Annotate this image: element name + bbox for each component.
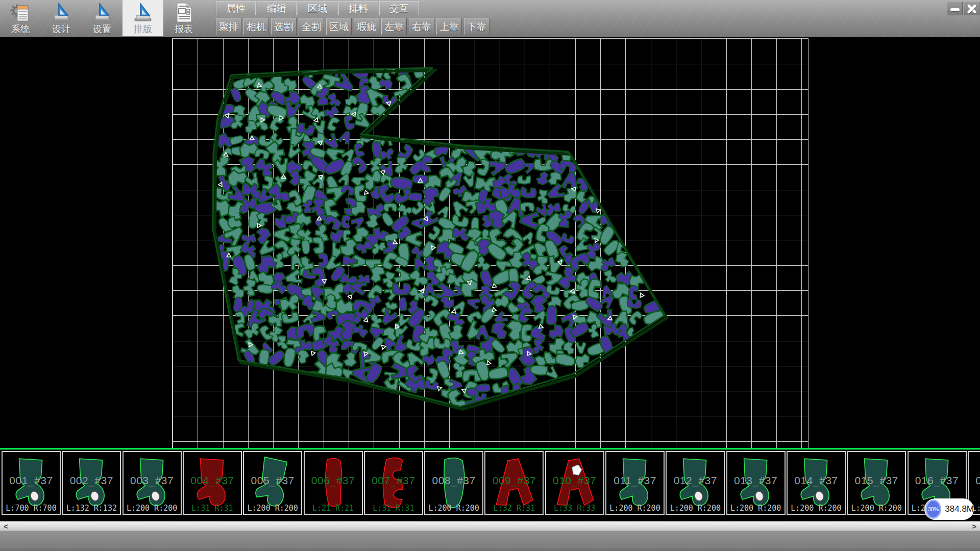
menu-tab-row: 属性编辑区域排料交互	[216, 1, 420, 16]
system-gear-icon	[10, 2, 31, 24]
close-button[interactable]	[964, 2, 979, 15]
piece-thumbnail-005_#37[interactable]: 005_#37L:200 R:200	[243, 451, 302, 515]
tool-button-5[interactable]: 区域	[326, 18, 352, 35]
toolbar: 系统设计设置排版报表 属性编辑区域排料交互 聚排相机选割全割区域瑕疵左靠右靠上靠…	[0, 0, 980, 37]
settings-ruler-icon	[92, 2, 112, 24]
piece-shape	[974, 454, 980, 512]
piece-shape	[245, 451, 302, 515]
piece-shape	[189, 454, 237, 512]
piece-shape	[370, 454, 418, 512]
status-bar	[0, 531, 980, 551]
nesting-ruler-icon	[133, 2, 153, 24]
piece-shape	[853, 454, 901, 512]
progress-badge: 38% 384.8M	[924, 498, 974, 520]
tool-button-row: 聚排相机选割全割区域瑕疵左靠右靠上靠下靠	[216, 18, 492, 36]
piece-thumbnail-015_#37[interactable]: 015_#37L:200 R:200	[847, 451, 906, 515]
tool-button-2[interactable]: 相机	[243, 18, 269, 35]
app-button-nesting-ruler[interactable]: 排版	[122, 0, 163, 36]
tool-button-6[interactable]: 瑕疵	[354, 18, 379, 35]
pieces-panel: 001_#37L:700 R:700002_#37L:132 R:132003_…	[0, 450, 980, 516]
app-button-label: 设置	[82, 24, 122, 34]
piece-thumbnail-013_#37[interactable]: 013_#37L:200 R:200	[726, 451, 786, 515]
app-button-report-doc[interactable]: 报表	[163, 0, 204, 36]
progress-circle: 38%	[925, 499, 941, 519]
menu-tab-4[interactable]: 排料	[338, 1, 378, 15]
app-button-settings-ruler[interactable]: 设置	[82, 0, 122, 36]
report-doc-icon	[174, 2, 194, 24]
tool-button-8[interactable]: 右靠	[409, 18, 434, 35]
app-button-label: 排版	[122, 24, 163, 34]
tool-button-4[interactable]: 全割	[299, 18, 324, 35]
menu-tab-2[interactable]: 编辑	[257, 1, 297, 15]
horizontal-scrollbar[interactable]: < >	[0, 521, 980, 531]
piece-shape	[491, 454, 538, 512]
minimize-icon	[950, 8, 960, 11]
tool-button-9[interactable]: 上靠	[436, 18, 462, 35]
piece-thumbnail-009_#37[interactable]: 009_#37L:32 R:31	[484, 451, 544, 515]
app-button-label: 系统	[0, 24, 41, 34]
scroll-left-arrow[interactable]: <	[4, 522, 8, 531]
piece-shape	[430, 454, 478, 512]
scroll-right-arrow[interactable]: >	[972, 522, 976, 531]
app-button-label: 设计	[41, 24, 82, 34]
design-ruler-icon	[51, 2, 71, 24]
piece-thumbnail-008_#37[interactable]: 008_#37L:200 R:200	[424, 451, 483, 515]
memory-usage: 384.8M	[945, 504, 974, 514]
piece-thumbnail-011_#37[interactable]: 011_#37L:200 R:200	[605, 451, 665, 515]
tool-button-1[interactable]: 聚排	[216, 18, 241, 35]
piece-thumbnail-014_#37[interactable]: 014_#37L:200 R:200	[787, 451, 846, 515]
piece-shape	[672, 454, 720, 512]
piece-thumbnail-001_#37[interactable]: 001_#37L:700 R:700	[2, 451, 61, 515]
piece-thumbnail-004_#37[interactable]: 004_#37L:31 R:31	[183, 451, 242, 515]
minimize-button[interactable]	[947, 2, 963, 15]
piece-shape	[793, 454, 841, 512]
piece-thumbnail-012_#37[interactable]: 012_#37L:200 R:200	[666, 451, 725, 515]
piece-shape	[129, 454, 177, 512]
piece-shape	[68, 454, 116, 512]
app-button-system-gear[interactable]: 系统	[0, 0, 41, 36]
piece-shape	[8, 454, 56, 512]
menu-tab-3[interactable]: 区域	[298, 1, 337, 15]
menu-tab-1[interactable]: 属性	[216, 1, 256, 15]
piece-thumbnail-007_#37[interactable]: 007_#37L:31 R:31	[364, 451, 423, 515]
piece-thumbnail-006_#37[interactable]: 006_#37L:21 R:21	[304, 451, 363, 515]
app-button-label: 报表	[163, 24, 204, 34]
tool-button-10[interactable]: 下靠	[464, 18, 489, 35]
application-window: 系统设计设置排版报表 属性编辑区域排料交互 聚排相机选割全割区域瑕疵左靠右靠上靠…	[0, 0, 980, 551]
piece-thumbnail-002_#37[interactable]: 002_#37L:132 R:132	[62, 451, 121, 515]
tool-button-3[interactable]: 选割	[271, 18, 297, 35]
piece-shape	[732, 454, 780, 512]
piece-shape	[551, 454, 599, 512]
menu-tab-5[interactable]: 交互	[379, 1, 419, 15]
piece-thumbnail-010_#37[interactable]: 010_#37L:33 R:33	[545, 451, 604, 515]
piece-shape	[611, 454, 659, 512]
piece-shape	[310, 454, 358, 512]
app-button-design-ruler[interactable]: 设计	[41, 0, 82, 36]
piece-thumbnail-003_#37[interactable]: 003_#37L:200 R:200	[122, 451, 182, 515]
nesting-canvas[interactable]	[0, 37, 980, 448]
tool-button-7[interactable]: 左靠	[381, 18, 407, 35]
